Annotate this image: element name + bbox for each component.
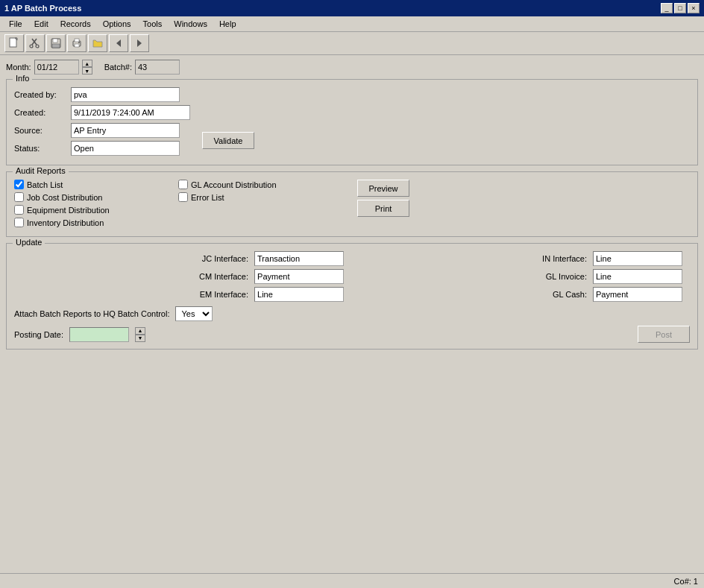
audit-col-1: Batch List Job Cost Distribution Equipme…	[14, 180, 178, 230]
month-input[interactable]	[34, 60, 79, 75]
in-interface-label: IN Interface:	[357, 254, 587, 263]
svg-marker-14	[137, 39, 142, 47]
menu-tools[interactable]: Tools	[137, 18, 169, 30]
folder-icon[interactable]	[88, 34, 107, 52]
job-cost-label: Job Cost Distribution	[27, 193, 103, 202]
status-row: Status:	[14, 141, 190, 156]
source-label: Source:	[14, 126, 66, 135]
inventory-checkbox[interactable]	[14, 218, 24, 227]
svg-marker-13	[116, 39, 121, 47]
svg-rect-8	[52, 44, 60, 48]
maximize-button[interactable]: □	[674, 3, 686, 13]
gl-cash-label: GL Cash:	[357, 290, 587, 299]
error-list-label: Error List	[191, 193, 224, 202]
error-list-checkbox[interactable]	[178, 192, 188, 202]
svg-point-4	[30, 45, 33, 48]
error-list-row: Error List	[178, 192, 357, 202]
created-label: Created:	[14, 108, 66, 117]
in-interface-input[interactable]	[593, 251, 682, 266]
posting-date-spinner[interactable]: ▲ ▼	[135, 327, 145, 342]
month-label: Month:	[6, 63, 31, 72]
month-spin-up[interactable]: ▲	[82, 60, 92, 67]
batch-input[interactable]	[135, 60, 180, 75]
batch-list-row: Batch List	[14, 180, 178, 189]
gl-account-checkbox[interactable]	[178, 180, 188, 189]
info-section: Info Created by: Created: Source:	[6, 79, 698, 165]
batch-group: Batch#:	[104, 60, 180, 75]
menu-file[interactable]: File	[3, 18, 28, 30]
batch-label: Batch#:	[104, 63, 132, 72]
toolbar	[0, 32, 704, 55]
gl-invoice-label: GL Invoice:	[357, 272, 587, 281]
source-row: Source:	[14, 123, 190, 138]
info-title: Info	[13, 74, 32, 83]
inventory-row: Inventory Distribution	[14, 218, 178, 227]
svg-rect-10	[75, 39, 79, 42]
batch-list-label: Batch List	[27, 180, 63, 189]
cut-icon[interactable]	[25, 34, 45, 52]
job-cost-checkbox[interactable]	[14, 192, 24, 202]
job-cost-row: Job Cost Distribution	[14, 192, 178, 202]
cm-interface-input[interactable]	[254, 269, 344, 284]
print-icon[interactable]	[67, 34, 87, 52]
info-fields: Created by: Created: Source: Status	[14, 87, 190, 159]
equipment-checkbox[interactable]	[14, 205, 24, 215]
status-bar: Co#: 1	[0, 573, 704, 588]
forward-icon[interactable]	[130, 34, 149, 52]
created-input[interactable]	[71, 105, 190, 120]
posting-row: Posting Date: ▲ ▼ Post	[14, 326, 690, 343]
created-by-input[interactable]	[71, 87, 180, 102]
gl-invoice-input[interactable]	[593, 269, 682, 284]
title-bar: 1 AP Batch Process _ □ ×	[0, 0, 704, 16]
close-button[interactable]: ×	[688, 3, 700, 13]
jc-interface-input[interactable]	[254, 251, 344, 266]
posting-date-input[interactable]	[69, 327, 129, 342]
minimize-button[interactable]: _	[661, 3, 673, 13]
cm-interface-label: CM Interface:	[14, 272, 248, 281]
menu-options[interactable]: Options	[97, 18, 137, 30]
gl-cash-input[interactable]	[593, 287, 682, 302]
svg-point-5	[36, 45, 39, 48]
created-by-label: Created by:	[14, 90, 66, 99]
update-section: Update JC Interface: IN Interface: CM In…	[6, 243, 698, 350]
new-icon[interactable]	[4, 34, 24, 52]
preview-button[interactable]: Preview	[357, 180, 409, 197]
month-spin-down[interactable]: ▼	[82, 67, 92, 75]
menu-bar: File Edit Records Options Tools Windows …	[0, 16, 704, 32]
audit-buttons-area: Preview Print	[357, 180, 690, 230]
top-fields: Month: ▲ ▼ Batch#:	[6, 60, 698, 75]
validate-button[interactable]: Validate	[202, 132, 254, 149]
status-input[interactable]	[71, 141, 180, 156]
audit-col-2: GL Account Distribution Error List	[178, 180, 357, 230]
menu-records[interactable]: Records	[54, 18, 97, 30]
batch-list-checkbox[interactable]	[14, 180, 24, 189]
em-interface-label: EM Interface:	[14, 290, 248, 299]
window-title: 1 AP Batch Process	[4, 4, 81, 13]
audit-reports-section: Audit Reports Batch List Job Cost Distri…	[6, 171, 698, 237]
attach-select[interactable]: Yes No	[175, 306, 213, 321]
jc-interface-label: JC Interface:	[14, 254, 248, 263]
attach-label: Attach Batch Reports to HQ Batch Control…	[14, 309, 169, 318]
window-controls: _ □ ×	[661, 3, 700, 13]
source-input[interactable]	[71, 123, 180, 138]
post-button[interactable]: Post	[638, 326, 690, 343]
print-button[interactable]: Print	[357, 200, 409, 217]
save-icon[interactable]	[46, 34, 66, 52]
validate-area: Validate	[202, 87, 254, 149]
gl-account-label: GL Account Distribution	[191, 180, 277, 189]
month-spinner[interactable]: ▲ ▼	[82, 60, 92, 75]
menu-edit[interactable]: Edit	[28, 18, 54, 30]
attach-row: Attach Batch Reports to HQ Batch Control…	[14, 306, 690, 321]
audit-reports-title: Audit Reports	[13, 166, 69, 175]
posting-spin-down[interactable]: ▼	[135, 335, 145, 342]
posting-spin-up[interactable]: ▲	[135, 327, 145, 335]
em-interface-input[interactable]	[254, 287, 344, 302]
update-border: Update JC Interface: IN Interface: CM In…	[6, 243, 698, 350]
menu-windows[interactable]: Windows	[168, 18, 213, 30]
menu-help[interactable]: Help	[213, 18, 242, 30]
main-window: 1 AP Batch Process _ □ × File Edit Recor…	[0, 0, 704, 588]
created-by-row: Created by:	[14, 87, 190, 102]
svg-point-12	[78, 42, 80, 43]
posting-date-label: Posting Date:	[14, 330, 63, 339]
back-icon[interactable]	[109, 34, 128, 52]
